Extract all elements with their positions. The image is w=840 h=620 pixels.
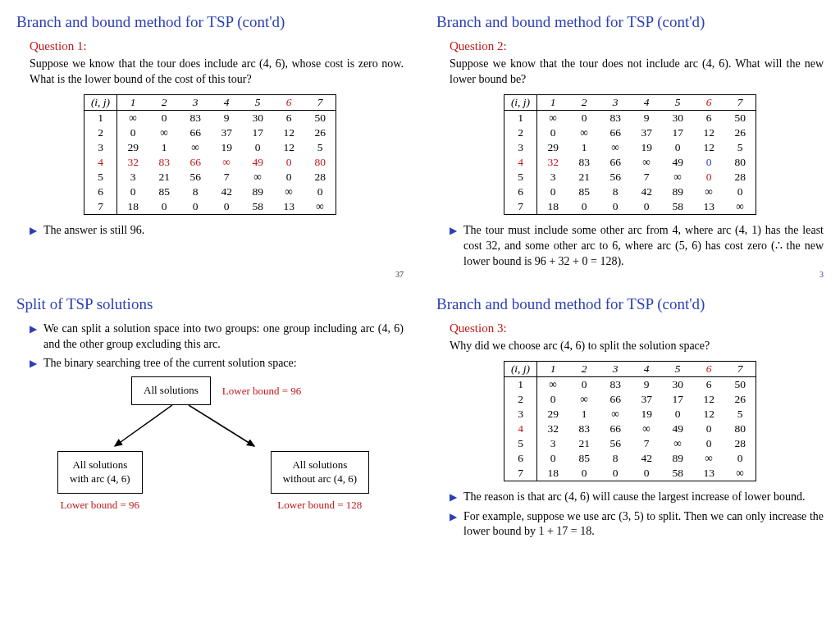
cost-table-q3: (i, j) 1 2 3 4 5 6 7 1∞083930650 20∞6637… [504, 361, 756, 481]
tree-right-child: All solutions without arc (4, 6) Lower b… [271, 451, 369, 512]
page-number: 3 [819, 270, 824, 279]
tree-right-line1: All solutions [283, 458, 357, 472]
slide-title: Branch and bound method for TSP (cont'd) [436, 295, 824, 313]
cost-table-q1: (i, j) 1 2 3 4 5 6 7 1∞083930650 20∞6637… [84, 94, 336, 215]
tree-root-caption: Lower bound = 96 [222, 385, 302, 398]
slide-q2: Branch and bound method for TSP (cont'd)… [420, 0, 840, 282]
bullet-marker-icon: ▶ [30, 223, 37, 239]
tree-root-box: All solutions [131, 376, 211, 405]
bullet-example: ▶ For example, suppose we use arc (3, 5)… [450, 509, 824, 540]
tree-left-child: All solutions with arc (4, 6) Lower boun… [57, 451, 143, 512]
bullet-marker-icon: ▶ [30, 356, 37, 372]
tree-left-line2: with arc (4, 6) [70, 472, 130, 486]
bullet-tree-intro: ▶ The binary searching tree of the curre… [30, 356, 404, 372]
bullet-explanation: ▶ The tour must include some other arc f… [450, 223, 824, 270]
slide-split: Split of TSP solutions ▶ We can split a … [0, 282, 420, 553]
bullet-reason: ▶ The reason is that arc (4, 6) will cau… [450, 490, 824, 505]
table-corner: (i, j) [84, 94, 116, 110]
svg-line-0 [115, 405, 172, 446]
page-number: 37 [395, 270, 404, 279]
tree-left-line1: All solutions [70, 458, 130, 472]
question-body: Suppose we know that the tour does inclu… [30, 57, 404, 88]
question-body: Why did we choose arc (4, 6) to split th… [450, 339, 824, 354]
bullet-marker-icon: ▶ [450, 223, 457, 270]
table-body: 1∞083930650 20∞6637171226 3291∞190125 43… [84, 110, 336, 214]
tree-diagram: All solutions Lower bound = 96 [57, 376, 369, 512]
slide-q1: Branch and bound method for TSP (cont'd)… [0, 0, 420, 282]
table-corner: (i, j) [504, 94, 536, 110]
bullet-marker-icon: ▶ [450, 509, 457, 540]
slide-title: Branch and bound method for TSP (cont'd) [436, 13, 824, 31]
bullet-answer: ▶ The answer is still 96. [30, 223, 404, 239]
slide-q3: Branch and bound method for TSP (cont'd)… [420, 282, 840, 553]
question-label: Question 3: [450, 321, 824, 335]
bullet-marker-icon: ▶ [450, 490, 457, 505]
slide-title: Branch and bound method for TSP (cont'd) [16, 13, 404, 31]
tree-right-caption: Lower bound = 128 [271, 499, 369, 512]
bullet-marker-icon: ▶ [30, 321, 37, 353]
cost-table-q2: (i, j) 1 2 3 4 5 6 7 1∞083930650 20∞6637… [504, 94, 756, 215]
tree-right-line2: without arc (4, 6) [283, 472, 357, 486]
bullet-split-intro: ▶ We can split a solution space into two… [30, 321, 404, 353]
svg-line-1 [189, 405, 254, 446]
tree-left-caption: Lower bound = 96 [57, 499, 143, 512]
tree-arrows [57, 405, 369, 446]
question-label: Question 1: [30, 39, 404, 53]
question-body: Suppose we know that the tour does not i… [450, 57, 824, 88]
table-corner: (i, j) [504, 362, 536, 377]
question-label: Question 2: [450, 39, 824, 53]
slide-title: Split of TSP solutions [16, 295, 404, 313]
